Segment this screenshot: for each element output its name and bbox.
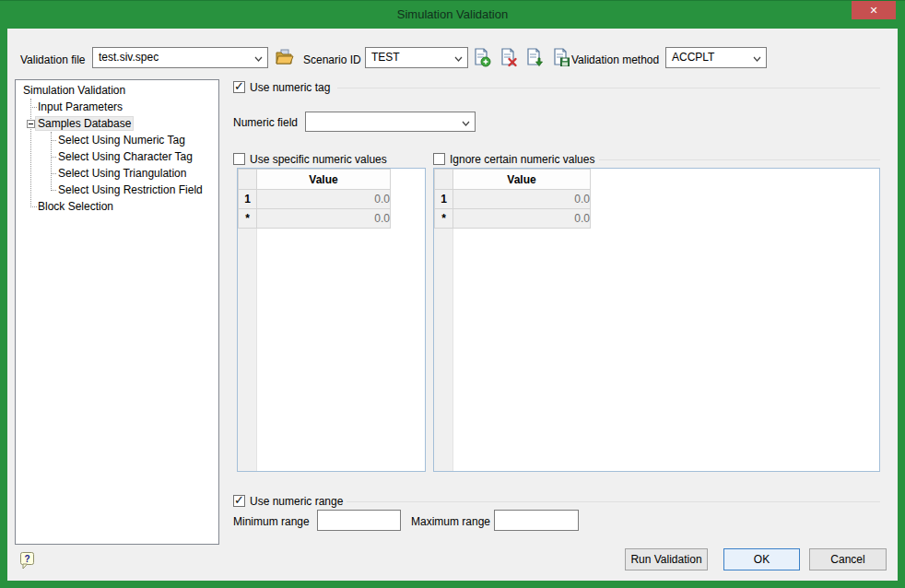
scenario-id-combobox[interactable]: TEST: [365, 47, 468, 68]
validation-file-label: Validation file: [20, 53, 86, 66]
titlebar[interactable]: Simulation Validation ✕: [0, 1, 905, 29]
scenario-id-label: Scenario ID: [303, 53, 361, 66]
chevron-down-icon: [462, 121, 468, 127]
checkbox-checked-icon: ✓: [233, 81, 245, 93]
tree-connector: [30, 99, 31, 207]
minimum-range-label: Minimum range: [233, 515, 310, 528]
tree-item-block-selection[interactable]: Block Selection: [35, 198, 116, 215]
tree-item-select-restriction-field[interactable]: Select Using Restriction Field: [55, 182, 206, 198]
delete-scenario-icon[interactable]: [499, 47, 519, 67]
numeric-field-label: Numeric field: [233, 116, 298, 129]
save-scenario-icon[interactable]: [551, 47, 571, 67]
tree-item-input-parameters[interactable]: Input Parameters: [35, 99, 125, 115]
use-numeric-range-label: Use numeric range: [250, 495, 343, 508]
tree-item-simulation-validation[interactable]: Simulation Validation: [20, 82, 128, 99]
checkbox-unchecked-icon: [233, 153, 245, 165]
validation-method-combobox[interactable]: ACCPLT: [665, 47, 767, 68]
open-folder-icon[interactable]: [274, 47, 294, 67]
table-row[interactable]: 1 0.0: [435, 190, 591, 209]
ignore-values-table-panel[interactable]: Value 1 0.0 * 0.0: [433, 168, 880, 472]
group-separator: [337, 88, 880, 88]
table-row[interactable]: 1 0.0: [239, 190, 391, 209]
table-row[interactable]: * 0.0: [435, 209, 591, 229]
run-validation-button[interactable]: Run Validation: [625, 548, 708, 570]
table-corner-cell: [435, 170, 453, 190]
scenario-id-value: TEST: [371, 51, 400, 64]
collapse-expander-icon[interactable]: [27, 120, 35, 128]
tree-item-select-triangulation[interactable]: Select Using Triangulation: [55, 165, 189, 182]
specific-values-table[interactable]: Value 1 0.0 * 0.0: [238, 169, 391, 229]
tree-item-select-numeric-tag[interactable]: Select Using Numeric Tag: [55, 132, 188, 148]
navigation-tree[interactable]: Simulation Validation Input Parameters S…: [15, 79, 219, 545]
svg-text:?: ?: [24, 554, 29, 564]
validation-file-value: test.siv.spec: [99, 51, 159, 64]
cancel-button[interactable]: Cancel: [809, 548, 887, 570]
chevron-down-icon: [753, 56, 759, 63]
new-scenario-icon[interactable]: [472, 47, 492, 67]
ignore-values-table[interactable]: Value 1 0.0 * 0.0: [434, 169, 591, 229]
value-cell[interactable]: 0.0: [257, 209, 391, 229]
window-title: Simulation Validation: [0, 7, 905, 21]
dialog-body: Validation file test.siv.spec Scenario I…: [7, 29, 898, 581]
group-separator: [347, 501, 880, 502]
maximum-range-input[interactable]: [494, 510, 579, 531]
specific-values-table-panel[interactable]: Value 1 0.0 * 0.0: [237, 168, 426, 472]
help-icon[interactable]: ?: [18, 551, 37, 571]
ok-button[interactable]: OK: [723, 548, 800, 570]
use-specific-values-label: Use specific numeric values: [250, 153, 387, 166]
close-icon[interactable]: ✕: [852, 1, 896, 19]
use-specific-values-checkbox[interactable]: Use specific numeric values: [233, 153, 387, 168]
validation-file-combobox[interactable]: test.siv.spec: [92, 47, 268, 68]
minimum-range-input[interactable]: [317, 510, 401, 531]
checkbox-checked-icon: ✓: [233, 495, 245, 507]
table-corner-cell: [239, 170, 257, 190]
checkbox-unchecked-icon: [433, 153, 445, 165]
chevron-down-icon: [254, 56, 261, 63]
value-cell[interactable]: 0.0: [453, 190, 591, 209]
ignore-values-label: Ignore certain numeric values: [450, 153, 594, 166]
use-numeric-tag-checkbox[interactable]: ✓Use numeric tag: [233, 81, 330, 96]
table-row[interactable]: * 0.0: [239, 209, 391, 229]
value-column-header: Value: [257, 170, 391, 190]
simulation-validation-dialog: Simulation Validation ✕ Validation file …: [0, 0, 905, 588]
maximum-range-label: Maximum range: [411, 515, 490, 528]
value-cell[interactable]: 0.0: [257, 190, 391, 209]
tree-item-samples-database[interactable]: Samples Database: [35, 115, 134, 132]
value-cell[interactable]: 0.0: [453, 209, 591, 229]
validation-method-label: Validation method: [571, 53, 659, 66]
import-scenario-icon[interactable]: [524, 47, 545, 67]
ignore-values-checkbox[interactable]: Ignore certain numeric values: [433, 153, 594, 168]
use-numeric-tag-label: Use numeric tag: [250, 81, 330, 94]
validation-method-value: ACCPLT: [672, 51, 714, 64]
numeric-field-combobox[interactable]: [305, 112, 476, 132]
chevron-down-icon: [454, 56, 461, 63]
tree-item-select-character-tag[interactable]: Select Using Character Tag: [55, 148, 195, 165]
group-separator: [599, 159, 880, 160]
use-numeric-range-checkbox[interactable]: ✓Use numeric range: [233, 495, 343, 510]
value-column-header: Value: [453, 170, 591, 190]
